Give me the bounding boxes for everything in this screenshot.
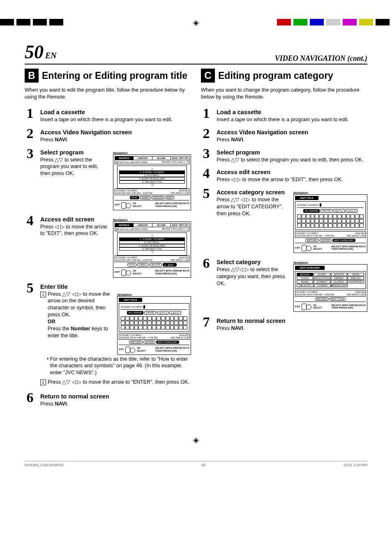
or-label: OR — [48, 319, 55, 325]
step-number: 1 — [25, 106, 35, 120]
step-number: 5 — [25, 281, 35, 295]
c-step6-title: Select category — [217, 259, 289, 265]
bottom-center-mark-icon: ◈ — [25, 435, 367, 444]
section-b-title: Entering or Editing program title — [42, 71, 187, 81]
edit-title-screen: EDIT TITLE SYDNEY OLYMPIC ALL ERASEERASE… — [117, 296, 191, 355]
step-number: 2 — [25, 127, 35, 140]
edit-title-category-screen: EDIT TITLE SYDNEY OLYMPIC ALL ERASEERASE… — [293, 194, 367, 253]
step-number: 3 — [25, 147, 35, 161]
c-step1-title: Load a cassette — [217, 109, 367, 115]
b-step5-sub1b: Press the Number keys to enter the title… — [48, 326, 108, 339]
step-number: 1 — [201, 106, 212, 120]
c-step5-text: Press △▽ ◁ ▷ to move the arrow to "EDIT … — [217, 196, 289, 217]
navigation-label: Navigation — [117, 293, 191, 296]
b-step2-title: Access Video Navigation screen — [40, 129, 191, 136]
remote-icon — [121, 201, 131, 209]
c-step7-text: Press NAVI. — [217, 325, 367, 332]
c-step5-title: Access category screen — [217, 189, 289, 196]
b-step5-bullet: • For entering the characters as the tit… — [47, 356, 191, 377]
center-mark-icon: ◈ — [193, 18, 199, 27]
b-step5-title: Enter title — [40, 283, 191, 290]
section-c-title: Editing program category — [218, 71, 333, 81]
c-step3-title: Select program — [217, 149, 367, 156]
section-b-intro: When you want to edit the program title,… — [25, 87, 191, 101]
step-number: 3 — [201, 147, 212, 161]
step-number: 4 — [201, 166, 212, 180]
c-step1-text: Insert a tape on which there is a progra… — [217, 116, 367, 123]
step-number: 5 — [201, 187, 212, 200]
remote-icon — [302, 244, 311, 251]
b-step2-text: Press NAVI. — [40, 136, 191, 143]
b-step5-sub1: Press △▽ ◁ ▷ to move the arrow on the de… — [48, 291, 110, 318]
remote-icon — [121, 269, 131, 276]
b-step3-text: Press △▽ to select the program you want … — [40, 157, 109, 177]
c-step2-text: Press NAVI. — [217, 136, 367, 143]
substep-2-icon: 2 — [40, 380, 46, 385]
b-step1-title: Load a cassette — [40, 109, 191, 115]
c-step2-title: Access Video Navigation screen — [217, 129, 367, 136]
section-c-badge: C — [201, 69, 215, 83]
c-step4-text: Press ◁ ▷ to move the arrow to "EDIT", t… — [217, 176, 367, 183]
navigation-label: Navigation — [293, 261, 367, 264]
step-number: 6 — [25, 391, 35, 405]
navigation-label: Navigation — [113, 219, 191, 221]
b-step5-sub2: Press △▽ ◁ ▷ to move the arrow to "ENTER… — [48, 379, 189, 386]
step-number: 2 — [201, 127, 212, 140]
step-number: 6 — [201, 256, 212, 270]
edit-category-screen: EDIT CATEGORY MOVIESSOAPSSPORTSNEWS CHIL… — [293, 264, 367, 312]
section-b-badge: B — [25, 69, 39, 83]
footer-filename: MV8300_U1B-EN48-52 — [25, 463, 64, 467]
c-step4-title: Access edit screen — [217, 169, 367, 175]
search-screen-1: SEARCHLIBRARYBLANKNAVI. SET UP 📼 0101 AL… — [113, 154, 191, 210]
step-number: 7 — [201, 315, 212, 329]
navigation-label: Navigation — [113, 152, 191, 154]
c-step6-text: Press △▽◁ ▷ to select the category you w… — [217, 266, 289, 287]
b-step4-title: Access edit screen — [40, 216, 109, 223]
remote-icon — [125, 346, 135, 353]
footer-timestamp: 4/1/3, 2:34 PM — [343, 463, 367, 467]
b-step3-title: Select program — [40, 149, 109, 156]
navigation-label: Navigation — [293, 191, 367, 194]
b-step4-text: Press ◁ ▷ to move the arrow to "EDIT", t… — [40, 223, 109, 237]
page-number: 50EN — [25, 41, 57, 63]
c-step3-text: Press △▽ to select the program you want … — [217, 157, 367, 164]
print-registration-marks: ◈ — [0, 19, 392, 25]
step-number: 4 — [25, 214, 35, 228]
section-title: VIDEO NAVIGATION (cont.) — [275, 54, 367, 63]
b-step6-text: Press NAVI. — [40, 401, 191, 408]
b-step6-title: Return to normal screen — [40, 393, 191, 400]
search-screen-2: SEARCHLIBRARYBLANKNAVI. SET UP 📼 0101 AL… — [113, 221, 191, 278]
substep-1-icon: 1 — [40, 292, 46, 297]
b-step1-text: Insert a tape on which there is a progra… — [40, 116, 191, 123]
page-footer: MV8300_U1B-EN48-52 50 4/1/3, 2:34 PM — [25, 461, 367, 467]
remote-icon — [302, 303, 311, 310]
c-step7-title: Return to normal screen — [217, 318, 367, 324]
section-c-intro: When you want to change the program cate… — [201, 87, 367, 101]
footer-page-number: 50 — [201, 463, 205, 467]
